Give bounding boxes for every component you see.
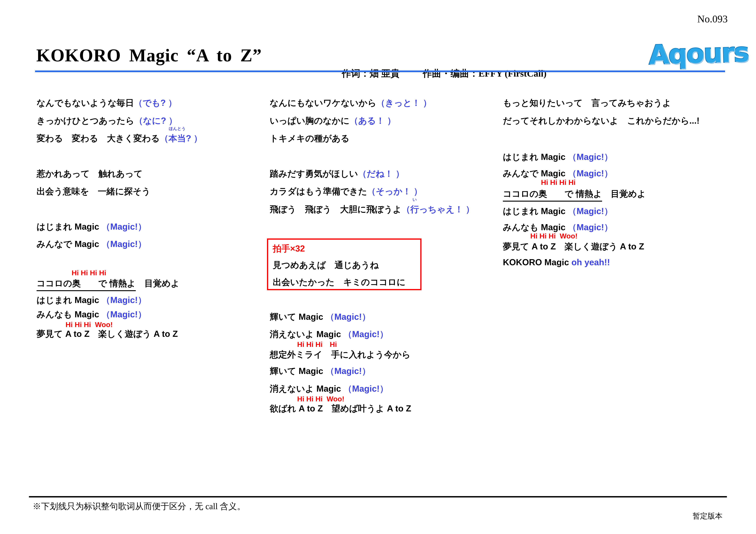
lyric-line: ココロの奥 で 情熱よ 目覚めよ [37, 277, 180, 289]
header-divider [35, 70, 725, 72]
lyric-text: きっかけひとつあったら [37, 116, 134, 125]
lyric-text: 踏みだす勇気がほしい [270, 169, 358, 178]
lyric-line: なんにもないワケないから（きっと！ ） [270, 97, 432, 109]
lyric-text: 出会う意味を 一緒に探そう [37, 186, 150, 196]
lyric-line: はじまれ Magic （Magic!） [503, 205, 613, 217]
call-text: （Magic!） [102, 222, 147, 231]
call-text: （Magic!） [102, 239, 147, 249]
call-text: （Magic!） [102, 309, 147, 319]
lyric-line: 輝いて Magic （Magic!） [270, 311, 370, 323]
lyric-text: みんなで Magic [37, 239, 102, 249]
lyric-line: 消えないよ Magic （Magic!） [270, 328, 388, 340]
lyric-text: トキメキの種がある [270, 133, 350, 143]
lyric-text: なんでもないような毎日 [37, 98, 134, 108]
lyric-text: 目覚めよ [136, 278, 180, 288]
call-text: （Magic!） [568, 222, 613, 232]
lyric-text: はじまれ Magic [503, 152, 568, 162]
lyric-text: 惹かれあって 触れあって [37, 169, 143, 178]
call-text: （Magic!） [326, 366, 371, 376]
call-text: 行い [410, 203, 419, 215]
lyric-line: だってそれしかわからないよ これからだから...! [503, 114, 699, 127]
lyric-text: いっぱい胸のなかに [270, 116, 350, 125]
call-red-text: Hi Hi Hi Hi [541, 178, 576, 186]
footer-divider [29, 496, 727, 497]
lyricist-credit: 作词：畑 亜貴 [342, 68, 400, 79]
lyric-line: いっぱい胸のなかに（ある！ ） [270, 114, 396, 127]
lyric-text: はじまれ Magic [37, 222, 102, 231]
call-annotation: Hi Hi Hi Hi [72, 268, 106, 277]
call-text: っちゃえ！ ） [419, 204, 474, 214]
call-text: （ [160, 133, 169, 143]
call-text: （Magic!） [326, 312, 371, 321]
call-red-text: 拍手×32 [273, 243, 305, 253]
lyric-line: 飛ぼう 飛ぼう 大胆に飛ぼうよ（行いっちゃえ！ ） [270, 203, 474, 215]
lyric-text: みんなも Magic [503, 222, 568, 232]
lyric-line: 見つめあえば 通じあうね [273, 259, 379, 271]
call-annotation: Hi Hi Hi Hi [297, 340, 337, 349]
call-text: （Magic!） [343, 329, 389, 339]
lyric-text: 目覚めよ [602, 189, 646, 198]
call-text: （Magic!） [343, 384, 389, 394]
call-red-text: Hi Hi Hi Woo! [530, 232, 578, 240]
lyric-line: みんなで Magic （Magic!） [503, 167, 613, 179]
lyric-line: なんでもないような毎日（でも? ） [37, 97, 177, 109]
lyric-line: みんなも Magic （Magic!） [503, 221, 613, 233]
call-annotation: Hi Hi Hi Woo! [297, 395, 344, 403]
lyric-text: 消えないよ Magic [270, 329, 343, 339]
call-red-text: Hi Hi Hi Hi [297, 340, 337, 348]
lyric-text: はじまれ Magic [37, 295, 102, 305]
lyric-text: みんなも Magic [37, 309, 102, 319]
lyric-text: カラダはもう準備できた [270, 186, 367, 196]
call-text: （Magic!） [568, 168, 613, 178]
lyric-line: 出会う意味を 一緒に探そう [37, 185, 150, 197]
lyric-text: もっと知りたいって 言ってみちゃおうよ [503, 98, 671, 108]
lyric-line: 想定外ミライ 手に入れよう今から [270, 348, 411, 361]
lyric-line: KOKORO Magic oh yeah!! [503, 256, 610, 268]
lyric-line: カラダはもう準備できた（そっか！ ） [270, 185, 422, 197]
lyric-line: はじまれ Magic （Magic!） [503, 151, 613, 163]
lyric-line: 夢見て A to Z 楽しく遊ぼう A to Z [37, 328, 178, 340]
call-annotation: Hi Hi Hi Hi [541, 178, 576, 187]
furigana: ほんとう [169, 127, 186, 131]
call-text: （Magic!） [568, 206, 613, 216]
lyric-line: 惹かれあって 触れあって [37, 167, 143, 180]
call-text: （きっと！ ） [376, 98, 432, 108]
page-number: No.093 [697, 13, 728, 25]
lyric-text: だってそれしかわからないよ これからだから...! [503, 116, 699, 125]
lyric-line: 輝いて Magic （Magic!） [270, 365, 370, 377]
lyric-text: はじまれ Magic [503, 206, 568, 216]
call-text: （ある！ ） [350, 116, 396, 125]
lyric-line: 踏みだす勇気がほしい（だね！ ） [270, 167, 404, 180]
lyric-text: ココロの奥 で 情熱よ [37, 278, 136, 291]
call-text: ? ） [186, 133, 202, 143]
lyric-line: 出会いたかった キミのココロに [273, 276, 406, 288]
call-text: （Magic!） [102, 295, 147, 305]
call-text: oh yeah!! [572, 257, 610, 267]
lyric-text: 夢見て A to Z 楽しく遊ぼう A to Z [37, 329, 178, 339]
lyric-text: 出会いたかった キミのココロに [273, 277, 406, 287]
lyric-line: ココロの奥 で 情熱よ 目覚めよ [503, 188, 646, 200]
lyric-text: ココロの奥 で 情熱よ [503, 189, 602, 202]
call-text: （ [402, 204, 410, 214]
lyric-line: はじまれ Magic （Magic!） [37, 294, 147, 306]
lyric-line: きっかけひとつあったら（なに? ） [37, 114, 177, 127]
lyric-text: KOKORO Magic [503, 257, 572, 267]
call-text: 本当ほんとう [169, 132, 186, 144]
call-text: （だね！ ） [358, 169, 404, 178]
lyric-line: 消えないよ Magic （Magic!） [270, 383, 388, 395]
lyric-text: 輝いて Magic [270, 366, 326, 376]
lyric-line: トキメキの種がある [270, 132, 350, 144]
lyric-text: 輝いて Magic [270, 312, 326, 321]
lyric-text: 飛ぼう 飛ぼう 大胆に飛ぼうよ [270, 204, 402, 214]
call-annotation: Hi Hi Hi Woo! [530, 232, 578, 240]
call-text: （でも? ） [134, 98, 177, 108]
lyric-line: 欲ばれ A to Z 望めば叶うよ A to Z [270, 402, 411, 415]
lyric-text: 想定外ミライ 手に入れよう今から [270, 350, 411, 359]
lyric-text: みんなで Magic [503, 168, 568, 178]
call-red-text: Hi Hi Hi Hi [72, 269, 106, 277]
lyric-line: はじまれ Magic （Magic!） [37, 220, 147, 233]
lyric-line: 変わる 変わる 大きく変わる（本当ほんとう? ） [37, 132, 202, 144]
call-text: （そっか！ ） [367, 186, 422, 196]
lyric-text: 欲ばれ A to Z 望めば叶うよ A to Z [270, 403, 411, 413]
call-red-text: Hi Hi Hi Woo! [66, 320, 113, 329]
